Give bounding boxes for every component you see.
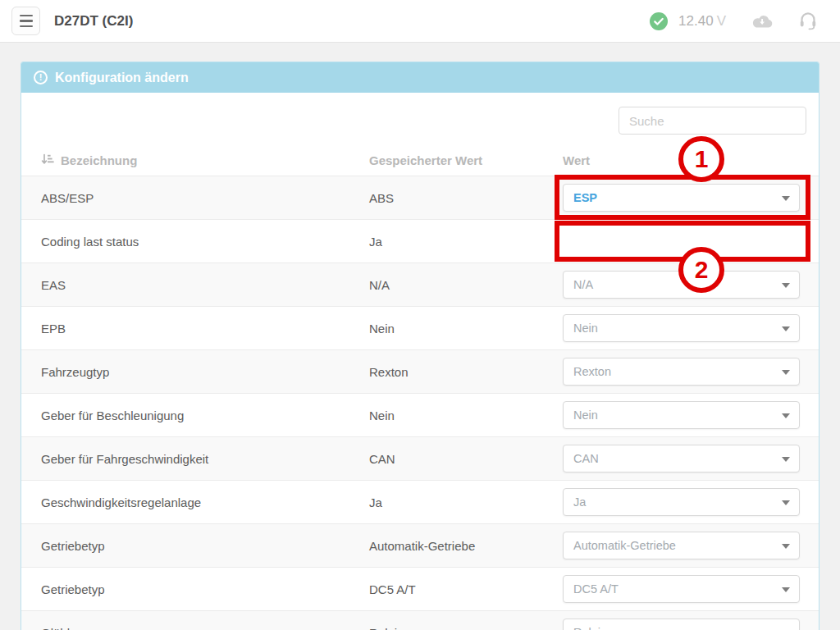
search-row <box>21 93 819 144</box>
caret-down-icon <box>782 326 790 331</box>
table-row: Geber für Beschleunigung Nein Nein <box>21 394 819 437</box>
hamburger-menu-button[interactable] <box>11 7 40 35</box>
saved-value: Rexton <box>369 365 563 379</box>
dropdown-selected-value: Ja <box>573 495 586 509</box>
dropdown-selected-value: Relais <box>573 626 606 630</box>
saved-value: Automatik-Getriebe <box>369 539 563 553</box>
table-row: Getriebetyp DC5 A/T DC5 A/T <box>21 568 819 611</box>
cloud-download-icon[interactable] <box>751 14 773 29</box>
dropdown-selected-value: Automatik-Getriebe <box>573 539 676 552</box>
value-dropdown[interactable]: DC5 A/T <box>563 575 800 603</box>
caret-down-icon <box>782 544 790 549</box>
table-row: Fahrzeugtyp Rexton Rexton <box>21 350 819 394</box>
row-label: Glühkerze <box>21 626 369 630</box>
dropdown-selected-value: Nein <box>573 322 598 335</box>
saved-value: ABS <box>369 191 563 205</box>
row-label: Geber für Beschleunigung <box>21 409 369 422</box>
saved-value: DC5 A/T <box>369 582 563 596</box>
row-label: Geschwindigkeitsregelanlage <box>21 495 369 509</box>
dropdown-selected-value: N/A <box>573 278 593 291</box>
connection-ok-icon <box>650 12 668 30</box>
value-dropdown[interactable]: Rexton <box>563 358 800 386</box>
row-label: Fahrzeugtyp <box>21 365 369 379</box>
saved-value: Nein <box>369 322 563 336</box>
caret-down-icon <box>782 413 790 418</box>
topbar: D27DT (C2I) 12.40V <box>0 0 840 43</box>
value-dropdown[interactable]: Nein <box>563 314 800 342</box>
battery-voltage: 12.40V <box>678 13 726 30</box>
row-label: Getriebetyp <box>21 539 369 553</box>
saved-value: Nein <box>369 409 563 422</box>
value-dropdown[interactable]: Relais <box>563 619 800 630</box>
value-dropdown[interactable]: ESP <box>563 184 800 212</box>
value-dropdown[interactable]: Nein <box>563 401 800 429</box>
header-gespeicherter-wert[interactable]: Gespeicherter Wert <box>369 153 563 167</box>
row-label: EPB <box>21 322 369 336</box>
voltage-unit: V <box>717 13 726 29</box>
caret-down-icon <box>782 283 790 288</box>
header-bezeichnung-label: Bezeichnung <box>61 153 137 167</box>
topbar-status-area: 12.40V <box>650 11 817 30</box>
app-window: D27DT (C2I) 12.40V <box>0 0 840 630</box>
caret-down-icon <box>782 587 790 592</box>
table-row: EPB Nein Nein <box>21 307 819 350</box>
dropdown-selected-value: ESP <box>573 191 597 204</box>
caret-down-icon <box>782 196 790 201</box>
value-dropdown[interactable]: CAN <box>563 445 800 472</box>
alert-info-icon <box>34 71 48 84</box>
headset-support-icon[interactable] <box>799 11 817 30</box>
table-header-row: Bezeichnung Gespeicherter Wert Wert <box>21 144 819 176</box>
caret-down-icon <box>782 500 790 505</box>
table-row: EAS N/A N/A <box>21 263 819 307</box>
row-label: ABS/ESP <box>21 191 369 205</box>
value-dropdown[interactable]: Automatik-Getriebe <box>563 532 800 559</box>
row-label: Coding last status <box>21 235 369 249</box>
panel-title: Konfiguration ändern <box>55 71 189 85</box>
sort-amount-icon[interactable] <box>41 153 54 167</box>
panel-header: Konfiguration ändern <box>21 62 819 93</box>
table-row: ABS/ESP ABS ESP <box>21 176 819 220</box>
table-row: Geber für Fahrgeschwindigkeit CAN CAN <box>21 437 819 481</box>
dropdown-selected-value: CAN <box>573 452 599 465</box>
dropdown-selected-value: Rexton <box>573 365 611 378</box>
header-wert[interactable]: Wert <box>563 153 819 167</box>
dropdown-selected-value: Nein <box>573 409 598 422</box>
saved-value: CAN <box>369 452 563 466</box>
header-bezeichnung[interactable]: Bezeichnung <box>21 153 369 167</box>
value-dropdown[interactable]: Ja <box>563 488 800 516</box>
caret-down-icon <box>782 370 790 375</box>
configuration-panel: Konfiguration ändern Bezeichnung Gespeic… <box>21 62 819 630</box>
dropdown-selected-value: DC5 A/T <box>573 582 619 596</box>
caret-down-icon <box>782 457 790 462</box>
table-body: ABS/ESP ABS ESP Coding last status Ja EA… <box>21 176 819 630</box>
saved-value: Relais <box>369 626 563 630</box>
page-title: D27DT (C2I) <box>54 13 133 30</box>
hamburger-icon <box>20 15 33 17</box>
row-label: Getriebetyp <box>21 582 369 596</box>
saved-value: Ja <box>369 235 563 249</box>
saved-value: Ja <box>369 495 563 509</box>
table-row: Glühkerze Relais Relais <box>21 611 819 630</box>
row-label: EAS <box>21 278 369 292</box>
search-input[interactable] <box>619 107 806 135</box>
table-row: Coding last status Ja <box>21 220 819 263</box>
row-label: Geber für Fahrgeschwindigkeit <box>21 452 369 466</box>
table-row: Geschwindigkeitsregelanlage Ja Ja <box>21 481 819 524</box>
saved-value: N/A <box>369 278 563 292</box>
table-row: Getriebetyp Automatik-Getriebe Automatik… <box>21 524 819 568</box>
value-dropdown[interactable]: N/A <box>563 271 800 299</box>
